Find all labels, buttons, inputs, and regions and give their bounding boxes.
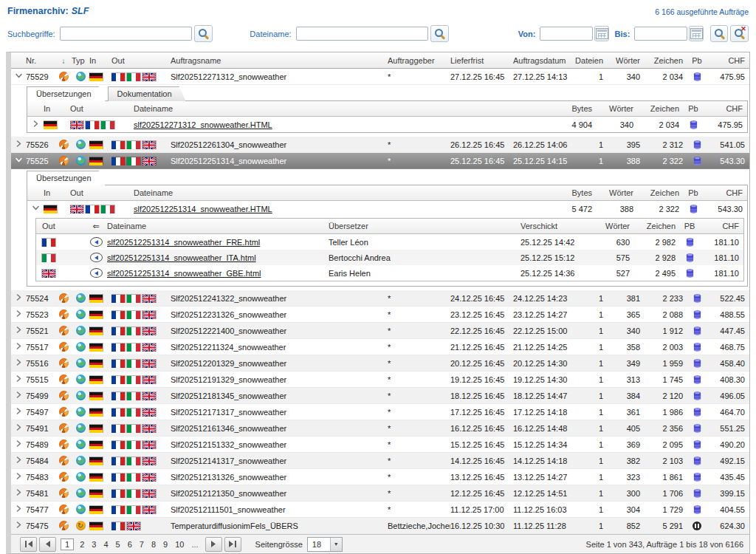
pricebook-icon[interactable] [693, 505, 701, 514]
header-auftragsname[interactable]: Auftragsname [171, 56, 388, 65]
row-expander[interactable] [11, 156, 26, 165]
date-from-input[interactable] [540, 27, 593, 41]
page-link[interactable]: 9 [163, 540, 168, 549]
row-expander[interactable] [11, 407, 26, 417]
pricebook-icon[interactable] [686, 269, 694, 278]
row-expander[interactable] [11, 440, 26, 449]
collapse-chevron-icon[interactable] [15, 72, 23, 80]
expand-chevron-icon[interactable] [15, 358, 23, 366]
table-row[interactable]: 75525Slf202512251314_snowweather*25.12.2… [11, 153, 749, 169]
pricebook-icon[interactable] [693, 440, 701, 449]
header-lieferfrist[interactable]: Lieferfrist [450, 56, 513, 65]
reset-search-button[interactable]: ✕ [730, 25, 749, 42]
table-row[interactable]: 75517Slf202512211324_snowweather*21.12.2… [11, 339, 749, 355]
expand-chevron-icon[interactable] [15, 505, 23, 513]
file-row[interactable]: slf202512271312_snowweather.HTML4 904340… [27, 117, 747, 132]
expand-chevron-icon[interactable] [15, 456, 23, 464]
row-expander[interactable] [11, 488, 26, 498]
header-auftragsdatum[interactable]: Auftragsdatum [513, 56, 571, 65]
prev-page-button[interactable] [39, 537, 56, 552]
table-row[interactable]: 75491Slf202512161346_snowweather*16.12.2… [11, 420, 749, 437]
view-file-icon[interactable] [90, 237, 103, 247]
file-link[interactable]: slf202512271312_snowweather.HTML [134, 120, 272, 129]
table-row[interactable]: 75477Slf202512111501_snowweather*11.12.2… [11, 502, 749, 518]
view-file-icon[interactable] [90, 268, 103, 278]
expand-chevron-icon[interactable] [15, 440, 23, 448]
expand-chevron-icon[interactable] [15, 342, 23, 350]
collapse-chevron-icon[interactable] [32, 204, 40, 212]
header-chf[interactable]: CHF [707, 56, 749, 65]
tab-uebersetzungen[interactable]: Übersetzungen [27, 86, 106, 101]
page-link[interactable]: 3 [92, 540, 96, 549]
table-row[interactable]: 75516Slf202512201329_snowweather*20.12.2… [11, 355, 749, 372]
tab-uebersetzungen[interactable]: Übersetzungen [27, 171, 106, 185]
pricebook-icon[interactable] [693, 326, 701, 335]
table-row[interactable]: 75524Slf202512241322_snowweather*24.12.2… [11, 290, 749, 307]
expand-chevron-icon[interactable] [15, 423, 23, 431]
expand-chevron-icon[interactable] [32, 120, 40, 128]
page-link[interactable]: 7 [140, 540, 144, 549]
pricebook-icon[interactable] [686, 238, 694, 247]
page-size-select[interactable]: 18 ▼ [307, 537, 343, 552]
translation-file-link[interactable]: slf202512251314_snowweather_GBE.html [107, 269, 261, 278]
header-woerter[interactable]: Wörter [608, 56, 645, 65]
row-expander[interactable] [11, 472, 26, 482]
expand-chevron-icon[interactable] [15, 407, 23, 415]
page-link[interactable]: 8 [151, 540, 156, 549]
filename-search-button[interactable] [430, 25, 449, 42]
pricebook-icon[interactable] [693, 343, 701, 352]
table-row[interactable]: 75497Slf202512171317_snowweather*17.12.2… [11, 404, 749, 420]
row-expander[interactable] [11, 423, 26, 433]
table-row[interactable]: 75521Slf202512221400_snowweather*22.12.2… [11, 323, 749, 339]
keywords-search-button[interactable] [194, 25, 213, 42]
pricebook-icon[interactable] [693, 456, 701, 465]
sort-indicator[interactable]: ↓ [55, 56, 72, 65]
row-expander[interactable] [11, 375, 26, 384]
table-row[interactable]: 75529Slf202512271312_snowweather*27.12.2… [11, 69, 749, 85]
expand-chevron-icon[interactable] [15, 521, 23, 529]
file-expander[interactable] [27, 204, 44, 213]
row-expander[interactable] [11, 140, 26, 149]
expand-chevron-icon[interactable] [15, 140, 23, 148]
header-dateien[interactable]: Dateien [571, 56, 608, 65]
keywords-input[interactable] [60, 27, 193, 41]
row-expander[interactable] [11, 326, 26, 335]
pricebook-icon[interactable] [693, 157, 701, 165]
next-page-button[interactable] [205, 537, 222, 552]
pricebook-icon[interactable] [693, 294, 701, 303]
header-auftraggeber[interactable]: Auftraggeber [388, 56, 450, 65]
table-row[interactable]: 75526Slf202512261304_snowweather*26.12.2… [11, 137, 749, 153]
view-file-icon[interactable] [90, 253, 103, 262]
expand-chevron-icon[interactable] [15, 310, 23, 318]
first-page-button[interactable] [20, 537, 37, 552]
table-row[interactable]: 75481Slf202512121350_snowweather*12.12.2… [11, 485, 749, 502]
pricebook-icon[interactable] [686, 253, 694, 262]
row-expander[interactable] [11, 293, 26, 303]
pricebook-icon[interactable] [693, 359, 701, 368]
translation-file-link[interactable]: slf202512251314_snowweather_FRE.html [107, 238, 260, 247]
pricebook-icon[interactable] [693, 140, 701, 149]
row-expander[interactable] [11, 342, 26, 352]
collapse-chevron-icon[interactable] [15, 156, 23, 164]
table-row[interactable]: 75523Slf202512231326_snowweather*23.12.2… [11, 307, 749, 323]
date-to-input[interactable] [634, 27, 687, 41]
table-row[interactable]: 75483Slf202512131326_snowweather*13.12.2… [11, 469, 749, 485]
pricebook-icon[interactable] [693, 391, 701, 400]
page-link[interactable]: 2 [80, 540, 84, 549]
row-expander[interactable] [11, 456, 26, 465]
pricebook-icon[interactable] [693, 72, 701, 81]
row-expander[interactable] [11, 521, 26, 530]
date-search-button[interactable] [710, 25, 729, 42]
row-expander[interactable] [11, 72, 26, 81]
table-row[interactable]: 75515Slf202512191329_snowweather*19.12.2… [11, 372, 749, 388]
translation-file-link[interactable]: slf202512251314_snowweather_ITA.html [107, 253, 256, 262]
table-row[interactable]: 75484Slf202512141317_snowweather*14.12.2… [11, 453, 749, 469]
tab-dokumentation[interactable]: Dokumentation [108, 86, 186, 101]
pricebook-icon[interactable] [693, 473, 701, 482]
page-link[interactable]: 4 [103, 540, 108, 549]
pricebook-icon[interactable] [693, 408, 701, 417]
page-link[interactable]: 6 [128, 540, 132, 549]
header-zeichen[interactable]: Zeichen [645, 56, 687, 65]
pricebook-icon[interactable] [690, 205, 698, 213]
row-expander[interactable] [11, 358, 26, 368]
